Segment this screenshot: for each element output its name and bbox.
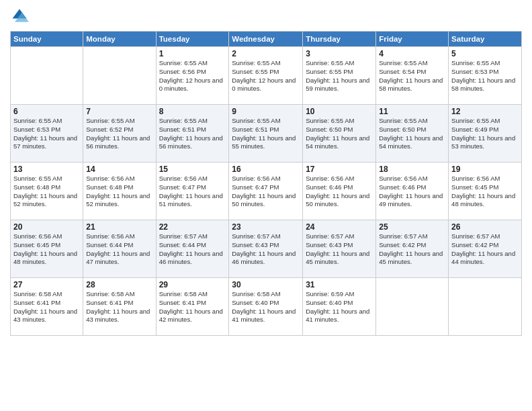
calendar-cell: 26Sunrise: 6:57 AM Sunset: 6:42 PM Dayli…	[449, 220, 522, 278]
calendar-cell: 10Sunrise: 6:55 AM Sunset: 6:50 PM Dayli…	[303, 105, 376, 163]
day-info: Sunrise: 6:55 AM Sunset: 6:50 PM Dayligh…	[379, 117, 445, 151]
calendar-cell: 24Sunrise: 6:57 AM Sunset: 6:43 PM Dayli…	[303, 220, 376, 278]
calendar-week-row: 27Sunrise: 6:58 AM Sunset: 6:41 PM Dayli…	[11, 278, 522, 336]
calendar-cell: 14Sunrise: 6:56 AM Sunset: 6:48 PM Dayli…	[83, 163, 156, 220]
calendar-cell: 16Sunrise: 6:56 AM Sunset: 6:47 PM Dayli…	[229, 163, 303, 220]
calendar-cell: 8Sunrise: 6:55 AM Sunset: 6:51 PM Daylig…	[156, 105, 229, 163]
day-info: Sunrise: 6:55 AM Sunset: 6:51 PM Dayligh…	[232, 117, 300, 151]
day-number: 14	[86, 165, 152, 174]
day-number: 18	[379, 165, 445, 174]
day-number: 6	[13, 107, 80, 116]
day-number: 15	[159, 165, 226, 174]
day-info: Sunrise: 6:55 AM Sunset: 6:54 PM Dayligh…	[379, 59, 445, 93]
weekday-header: Thursday	[303, 32, 376, 47]
day-info: Sunrise: 6:57 AM Sunset: 6:43 PM Dayligh…	[306, 232, 373, 267]
day-info: Sunrise: 6:56 AM Sunset: 6:46 PM Dayligh…	[306, 175, 373, 209]
calendar-cell: 30Sunrise: 6:58 AM Sunset: 6:40 PM Dayli…	[229, 278, 303, 336]
calendar-cell: 15Sunrise: 6:56 AM Sunset: 6:47 PM Dayli…	[156, 163, 229, 220]
day-info: Sunrise: 6:58 AM Sunset: 6:41 PM Dayligh…	[13, 290, 80, 324]
day-info: Sunrise: 6:58 AM Sunset: 6:40 PM Dayligh…	[232, 290, 300, 324]
day-info: Sunrise: 6:56 AM Sunset: 6:47 PM Dayligh…	[159, 175, 226, 209]
day-info: Sunrise: 6:55 AM Sunset: 6:51 PM Dayligh…	[159, 117, 226, 151]
day-number: 19	[451, 165, 519, 174]
calendar-cell: 4Sunrise: 6:55 AM Sunset: 6:54 PM Daylig…	[376, 47, 449, 105]
day-number: 30	[232, 280, 300, 289]
calendar-week-row: 6Sunrise: 6:55 AM Sunset: 6:53 PM Daylig…	[11, 105, 522, 163]
day-info: Sunrise: 6:55 AM Sunset: 6:48 PM Dayligh…	[13, 175, 80, 209]
day-number: 9	[232, 107, 300, 116]
day-info: Sunrise: 6:58 AM Sunset: 6:41 PM Dayligh…	[86, 290, 152, 324]
header	[10, 7, 522, 26]
calendar-week-row: 1Sunrise: 6:55 AM Sunset: 6:56 PM Daylig…	[11, 47, 522, 105]
weekday-header: Sunday	[11, 32, 83, 47]
calendar-cell: 7Sunrise: 6:55 AM Sunset: 6:52 PM Daylig…	[83, 105, 156, 163]
day-info: Sunrise: 6:55 AM Sunset: 6:55 PM Dayligh…	[232, 59, 300, 93]
day-number: 8	[159, 107, 226, 116]
calendar-cell	[376, 278, 449, 336]
day-number: 4	[379, 49, 445, 58]
calendar-cell: 1Sunrise: 6:55 AM Sunset: 6:56 PM Daylig…	[156, 47, 229, 105]
day-number: 24	[306, 222, 373, 232]
day-number: 29	[159, 280, 226, 289]
day-number: 3	[306, 49, 373, 58]
calendar-cell: 18Sunrise: 6:56 AM Sunset: 6:46 PM Dayli…	[376, 163, 449, 220]
day-info: Sunrise: 6:55 AM Sunset: 6:53 PM Dayligh…	[451, 59, 519, 93]
day-info: Sunrise: 6:57 AM Sunset: 6:42 PM Dayligh…	[379, 232, 445, 267]
calendar-cell: 28Sunrise: 6:58 AM Sunset: 6:41 PM Dayli…	[83, 278, 156, 336]
calendar-cell: 5Sunrise: 6:55 AM Sunset: 6:53 PM Daylig…	[449, 47, 522, 105]
calendar-cell	[449, 278, 522, 336]
weekday-header: Friday	[376, 32, 449, 47]
day-number: 21	[86, 222, 152, 232]
day-info: Sunrise: 6:55 AM Sunset: 6:56 PM Dayligh…	[159, 59, 226, 93]
weekday-header: Tuesday	[156, 32, 229, 47]
day-number: 25	[379, 222, 445, 232]
weekday-header: Monday	[83, 32, 156, 47]
day-info: Sunrise: 6:56 AM Sunset: 6:45 PM Dayligh…	[451, 175, 519, 209]
logo-icon	[10, 7, 29, 26]
calendar-cell: 22Sunrise: 6:57 AM Sunset: 6:44 PM Dayli…	[156, 220, 229, 278]
calendar-week-row: 20Sunrise: 6:56 AM Sunset: 6:45 PM Dayli…	[11, 220, 522, 278]
day-number: 31	[306, 280, 373, 289]
calendar-cell: 25Sunrise: 6:57 AM Sunset: 6:42 PM Dayli…	[376, 220, 449, 278]
day-number: 23	[232, 222, 300, 232]
calendar-cell: 9Sunrise: 6:55 AM Sunset: 6:51 PM Daylig…	[229, 105, 303, 163]
day-info: Sunrise: 6:55 AM Sunset: 6:52 PM Dayligh…	[86, 117, 152, 151]
calendar-cell: 21Sunrise: 6:56 AM Sunset: 6:44 PM Dayli…	[83, 220, 156, 278]
calendar-cell: 3Sunrise: 6:55 AM Sunset: 6:55 PM Daylig…	[303, 47, 376, 105]
calendar-cell: 13Sunrise: 6:55 AM Sunset: 6:48 PM Dayli…	[11, 163, 83, 220]
day-info: Sunrise: 6:55 AM Sunset: 6:55 PM Dayligh…	[306, 59, 373, 93]
day-info: Sunrise: 6:56 AM Sunset: 6:46 PM Dayligh…	[379, 175, 445, 209]
weekday-header: Saturday	[449, 32, 522, 47]
day-number: 17	[306, 165, 373, 174]
day-info: Sunrise: 6:57 AM Sunset: 6:43 PM Dayligh…	[232, 232, 300, 267]
calendar-cell: 17Sunrise: 6:56 AM Sunset: 6:46 PM Dayli…	[303, 163, 376, 220]
day-number: 13	[13, 165, 80, 174]
calendar-cell: 11Sunrise: 6:55 AM Sunset: 6:50 PM Dayli…	[376, 105, 449, 163]
calendar-cell: 2Sunrise: 6:55 AM Sunset: 6:55 PM Daylig…	[229, 47, 303, 105]
day-info: Sunrise: 6:56 AM Sunset: 6:45 PM Dayligh…	[13, 232, 80, 267]
day-info: Sunrise: 6:57 AM Sunset: 6:42 PM Dayligh…	[451, 232, 519, 267]
logo	[10, 7, 32, 26]
weekday-header: Wednesday	[229, 32, 303, 47]
calendar-cell	[83, 47, 156, 105]
day-number: 16	[232, 165, 300, 174]
calendar-cell: 27Sunrise: 6:58 AM Sunset: 6:41 PM Dayli…	[11, 278, 83, 336]
calendar-cell: 20Sunrise: 6:56 AM Sunset: 6:45 PM Dayli…	[11, 220, 83, 278]
calendar-cell: 12Sunrise: 6:55 AM Sunset: 6:49 PM Dayli…	[449, 105, 522, 163]
calendar-cell: 29Sunrise: 6:58 AM Sunset: 6:41 PM Dayli…	[156, 278, 229, 336]
day-number: 2	[232, 49, 300, 58]
weekday-header-row: SundayMondayTuesdayWednesdayThursdayFrid…	[11, 32, 522, 47]
day-number: 26	[451, 222, 519, 232]
day-number: 11	[379, 107, 445, 116]
day-number: 27	[13, 280, 80, 289]
calendar-cell: 19Sunrise: 6:56 AM Sunset: 6:45 PM Dayli…	[449, 163, 522, 220]
day-number: 5	[451, 49, 519, 58]
day-info: Sunrise: 6:55 AM Sunset: 6:50 PM Dayligh…	[306, 117, 373, 151]
day-number: 20	[13, 222, 80, 232]
page: SundayMondayTuesdayWednesdayThursdayFrid…	[0, 0, 532, 411]
day-number: 10	[306, 107, 373, 116]
calendar-cell: 6Sunrise: 6:55 AM Sunset: 6:53 PM Daylig…	[11, 105, 83, 163]
calendar-table: SundayMondayTuesdayWednesdayThursdayFrid…	[10, 31, 522, 336]
day-number: 1	[159, 49, 226, 58]
day-info: Sunrise: 6:55 AM Sunset: 6:53 PM Dayligh…	[13, 117, 80, 151]
